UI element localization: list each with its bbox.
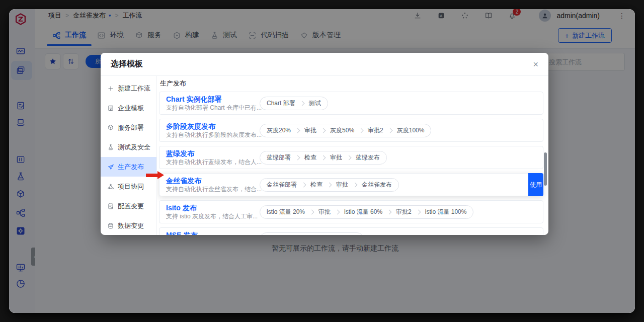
menu-item-label: 项目协同 xyxy=(118,182,144,191)
template-info: 蓝绿发布支持自动化执行蓝绿发布，结合人... xyxy=(166,149,256,166)
template-card[interactable]: 蓝绿发布支持自动化执行蓝绿发布，结合人...蓝绿部署检查审批蓝绿发布 xyxy=(159,146,543,169)
data-change-icon xyxy=(107,222,114,229)
modal-menu-service-deploy[interactable]: 服务部署 xyxy=(101,118,156,137)
modal-menu: 新建工作流企业模板服务部署测试及安全生产发布项目协同配置变更数据变更 xyxy=(101,76,157,235)
step-separator-icon xyxy=(353,182,358,187)
template-card[interactable]: Isito 发布支持 istio 灰度发布，结合人工审...istio 流量 2… xyxy=(159,200,543,223)
workflow-steps: 审批MSE 发布任务检查 xyxy=(260,232,364,235)
step-chip: 审批 xyxy=(267,235,279,235)
enterprise-template-icon xyxy=(107,105,114,112)
modal-menu-enterprise-templates[interactable]: 企业模板 xyxy=(101,98,156,118)
template-description: 支持 istio 灰度发布，结合人工审... xyxy=(166,213,256,220)
step-chip: 审批2 xyxy=(368,126,383,135)
select-template-modal: 选择模板 × 新建工作流企业模板服务部署测试及安全生产发布项目协同配置变更数据变… xyxy=(101,53,548,235)
workflow-steps: 灰度20%审批灰度50%审批2灰度100% xyxy=(260,124,431,137)
modal-menu-project-collaboration[interactable]: 项目协同 xyxy=(101,177,156,196)
step-chip: MSE 发布任务 xyxy=(292,235,331,235)
template-description: 支持自动化执行金丝雀发布，结合... xyxy=(166,186,256,193)
step-chip: 灰度50% xyxy=(330,126,354,135)
modal-body: 新建工作流企业模板服务部署测试及安全生产发布项目协同配置变更数据变更 生产发布 … xyxy=(101,75,548,235)
step-separator-icon xyxy=(347,155,352,160)
test-security-icon xyxy=(107,144,114,151)
template-title[interactable]: Isito 发布 xyxy=(166,204,256,212)
template-card[interactable]: 多阶段灰度发布支持自动化执行多阶段的灰度发布...灰度20%审批灰度50%审批2… xyxy=(159,119,543,142)
project-collaboration-icon xyxy=(107,183,114,190)
step-chip: istio 流量 100% xyxy=(425,208,467,216)
template-card[interactable]: 金丝雀发布支持自动化执行金丝雀发布，结合...金丝雀部署检查审批金丝雀发布使用 xyxy=(159,173,543,196)
step-chip: 审批 xyxy=(330,153,342,162)
template-info: MSE 发布支持 MSE 发布，结合人工审批，... xyxy=(166,231,256,235)
step-separator-icon xyxy=(416,209,421,214)
step-chip: 审批2 xyxy=(396,208,412,216)
step-separator-icon xyxy=(387,209,392,214)
template-description: 支持自动化执行蓝绿发布，结合人... xyxy=(166,158,256,166)
step-chip: 测试 xyxy=(309,99,321,108)
template-title[interactable]: 金丝雀发布 xyxy=(166,177,256,185)
step-separator-icon xyxy=(327,182,332,187)
template-panel: 生产发布 Chart 实例化部署支持自动化部署 Chart 仓库中已有...Ch… xyxy=(157,76,548,235)
step-separator-icon xyxy=(321,155,326,160)
step-separator-icon xyxy=(301,182,306,187)
template-info: Isito 发布支持 istio 灰度发布，结合人工审... xyxy=(166,204,256,220)
menu-item-label: 生产发布 xyxy=(118,163,144,172)
close-icon[interactable]: × xyxy=(533,60,538,69)
modal-header: 选择模板 × xyxy=(101,53,548,75)
step-chip: 灰度20% xyxy=(267,126,291,135)
step-chip: 灰度100% xyxy=(397,126,425,135)
scrollbar-thumb[interactable] xyxy=(544,152,547,186)
plus-icon xyxy=(107,85,114,92)
step-chip: istio 流量 20% xyxy=(267,208,305,216)
modal-menu-config-change[interactable]: 配置变更 xyxy=(101,196,156,216)
step-chip: 蓝绿发布 xyxy=(356,153,380,162)
menu-item-label: 测试及安全 xyxy=(118,143,150,152)
step-chip: 检查 xyxy=(345,235,357,235)
step-separator-icon xyxy=(335,209,340,214)
menu-item-label: 企业模板 xyxy=(118,104,144,113)
menu-item-label: 配置变更 xyxy=(118,202,144,211)
config-change-icon xyxy=(107,203,114,210)
use-template-button[interactable]: 使用 xyxy=(528,173,543,196)
template-info: Chart 实例化部署支持自动化部署 Chart 仓库中已有... xyxy=(166,95,256,111)
step-chip: 检查 xyxy=(304,153,316,162)
workflow-steps: 金丝雀部署检查审批金丝雀发布 xyxy=(260,178,399,192)
step-separator-icon xyxy=(295,128,300,133)
template-list: Chart 实例化部署支持自动化部署 Chart 仓库中已有...Chart 部… xyxy=(159,92,543,235)
modal-title: 选择模板 xyxy=(111,59,143,69)
browser-window: › 项目 > 金丝雀发布 ▾ > 工作流 xyxy=(9,9,635,313)
template-info: 金丝雀发布支持自动化执行金丝雀发布，结合... xyxy=(166,177,256,193)
step-separator-icon xyxy=(295,155,300,160)
template-title[interactable]: 蓝绿发布 xyxy=(166,149,256,157)
modal-menu-new-workflow[interactable]: 新建工作流 xyxy=(101,78,156,98)
step-chip: Chart 部署 xyxy=(267,99,295,108)
menu-item-label: 新建工作流 xyxy=(118,84,150,93)
menu-item-label: 服务部署 xyxy=(118,123,144,132)
step-separator-icon xyxy=(299,101,304,106)
workflow-steps: istio 流量 20%审批istio 流量 60%审批2istio 流量 10… xyxy=(260,205,473,219)
template-title[interactable]: MSE 发布 xyxy=(166,231,256,235)
step-separator-icon xyxy=(387,128,392,133)
step-chip: istio 流量 60% xyxy=(344,208,382,216)
template-card[interactable]: Chart 实例化部署支持自动化部署 Chart 仓库中已有...Chart 部… xyxy=(159,92,543,115)
workflow-steps: Chart 部署测试 xyxy=(260,97,328,110)
template-info: 多阶段灰度发布支持自动化执行多阶段的灰度发布... xyxy=(166,122,256,138)
menu-item-label: 数据变更 xyxy=(118,221,144,230)
step-chip: 金丝雀部署 xyxy=(267,181,297,189)
step-separator-icon xyxy=(309,209,314,214)
service-deploy-icon xyxy=(107,124,114,131)
template-card[interactable]: MSE 发布支持 MSE 发布，结合人工审批，...审批MSE 发布任务检查 xyxy=(159,227,543,235)
modal-menu-test-security[interactable]: 测试及安全 xyxy=(101,137,156,157)
annotation-arrow-icon xyxy=(146,171,164,179)
step-chip: 审批 xyxy=(304,126,316,135)
step-separator-icon xyxy=(321,128,326,133)
template-description: 支持自动化部署 Chart 仓库中已有... xyxy=(166,104,256,111)
template-description: 支持自动化执行多阶段的灰度发布... xyxy=(166,131,256,138)
template-title[interactable]: Chart 实例化部署 xyxy=(166,95,256,103)
template-title[interactable]: 多阶段灰度发布 xyxy=(166,122,256,130)
step-chip: 审批 xyxy=(318,208,331,216)
workflow-steps: 蓝绿部署检查审批蓝绿发布 xyxy=(260,151,387,165)
step-separator-icon xyxy=(359,128,364,133)
modal-menu-data-change[interactable]: 数据变更 xyxy=(101,216,156,235)
step-chip: 金丝雀发布 xyxy=(362,181,392,189)
step-chip: 检查 xyxy=(310,181,323,189)
production-release-icon xyxy=(107,164,114,171)
